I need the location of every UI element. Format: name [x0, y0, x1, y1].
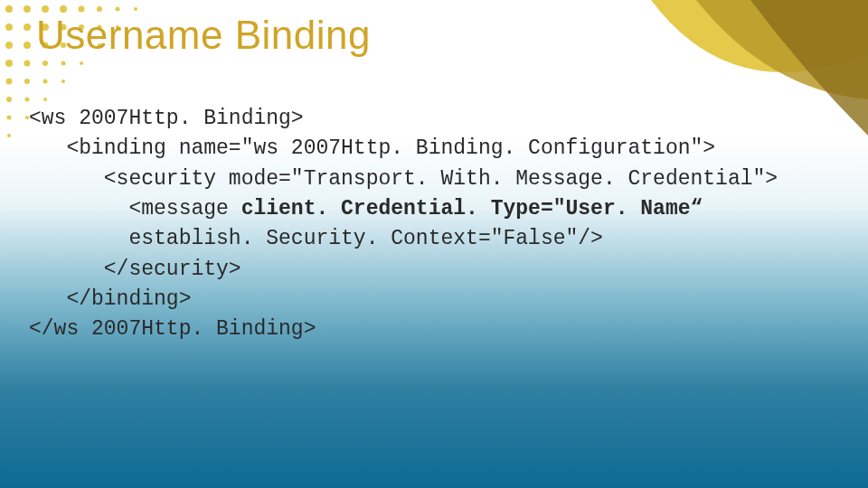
- code-line: <message: [29, 197, 241, 221]
- code-block: <ws 2007Http. Binding> <binding name="ws…: [29, 104, 832, 345]
- svg-point-35: [7, 134, 11, 137]
- svg-point-8: [5, 23, 13, 31]
- code-bold: client. Credential. Type="User. Name“: [241, 197, 703, 221]
- svg-point-16: [24, 42, 31, 49]
- code-line: </security>: [29, 258, 241, 281]
- svg-point-32: [43, 98, 47, 101]
- svg-point-33: [7, 116, 12, 120]
- svg-point-27: [24, 79, 30, 84]
- slide-title: Username Binding: [36, 13, 371, 58]
- code-line: establish. Security. Context="False"/>: [29, 227, 603, 250]
- svg-point-7: [134, 7, 137, 11]
- svg-point-29: [61, 80, 65, 83]
- svg-point-30: [6, 97, 12, 102]
- svg-point-6: [116, 7, 120, 12]
- svg-point-0: [5, 5, 13, 13]
- svg-point-9: [24, 23, 31, 31]
- svg-point-5: [97, 6, 102, 12]
- svg-point-21: [5, 60, 13, 67]
- svg-point-1: [24, 5, 31, 13]
- svg-point-4: [79, 6, 85, 13]
- code-line: <security mode="Transport. With. Message…: [29, 167, 778, 191]
- svg-point-3: [60, 5, 67, 13]
- code-line: </ws 2007Http. Binding>: [29, 317, 316, 341]
- svg-point-26: [6, 79, 13, 85]
- svg-point-25: [80, 61, 83, 65]
- code-line: <ws 2007Http. Binding>: [29, 107, 304, 130]
- svg-point-24: [61, 61, 66, 66]
- svg-point-31: [25, 98, 30, 102]
- svg-point-2: [42, 5, 49, 13]
- svg-point-23: [42, 61, 48, 66]
- code-line: <binding name="ws 2007Http. Binding. Con…: [29, 136, 715, 160]
- code-line: </binding>: [29, 287, 191, 311]
- svg-point-22: [24, 61, 31, 67]
- svg-point-15: [5, 42, 13, 49]
- slide: Username Binding <ws 2007Http. Binding> …: [0, 0, 868, 488]
- svg-point-28: [43, 80, 48, 84]
